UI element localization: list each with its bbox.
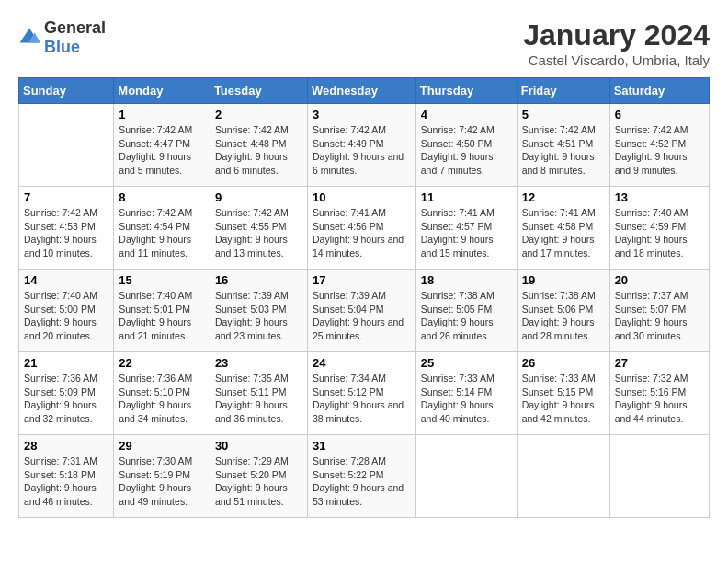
- day-number: 7: [24, 190, 108, 204]
- calendar-cell: 22Sunrise: 7:36 AMSunset: 5:10 PMDayligh…: [114, 352, 210, 435]
- calendar-cell: 23Sunrise: 7:35 AMSunset: 5:11 PMDayligh…: [210, 352, 307, 435]
- day-number: 31: [313, 439, 411, 453]
- calendar-cell: 26Sunrise: 7:33 AMSunset: 5:15 PMDayligh…: [517, 352, 609, 435]
- calendar-cell: 15Sunrise: 7:40 AMSunset: 5:01 PMDayligh…: [114, 270, 210, 352]
- calendar-cell: [517, 435, 609, 518]
- day-info: Sunrise: 7:42 AMSunset: 4:55 PMDaylight:…: [215, 206, 302, 260]
- day-number: 29: [119, 439, 205, 453]
- day-number: 30: [215, 439, 302, 453]
- day-info: Sunrise: 7:39 AMSunset: 5:04 PMDaylight:…: [313, 289, 411, 343]
- weekday-header-wednesday: Wednesday: [307, 78, 415, 104]
- day-info: Sunrise: 7:41 AMSunset: 4:56 PMDaylight:…: [313, 206, 411, 260]
- day-info: Sunrise: 7:40 AMSunset: 4:59 PMDaylight:…: [615, 206, 704, 260]
- day-info: Sunrise: 7:36 AMSunset: 5:10 PMDaylight:…: [119, 372, 205, 426]
- calendar-cell: 29Sunrise: 7:30 AMSunset: 5:19 PMDayligh…: [114, 435, 210, 518]
- day-number: 20: [615, 273, 704, 287]
- day-number: 2: [215, 108, 302, 121]
- day-number: 8: [119, 190, 205, 204]
- day-number: 5: [522, 108, 605, 121]
- logo-blue: Blue: [44, 38, 80, 56]
- day-number: 3: [313, 108, 411, 121]
- day-number: 15: [119, 273, 205, 287]
- weekday-header-friday: Friday: [517, 78, 609, 104]
- logo-general: General: [44, 18, 106, 37]
- day-info: Sunrise: 7:36 AMSunset: 5:09 PMDaylight:…: [24, 372, 108, 426]
- day-number: 28: [24, 439, 108, 453]
- day-info: Sunrise: 7:42 AMSunset: 4:47 PMDaylight:…: [119, 123, 205, 178]
- calendar-cell: 11Sunrise: 7:41 AMSunset: 4:57 PMDayligh…: [415, 187, 517, 270]
- day-info: Sunrise: 7:41 AMSunset: 4:57 PMDaylight:…: [421, 206, 512, 260]
- calendar-cell: 28Sunrise: 7:31 AMSunset: 5:18 PMDayligh…: [19, 435, 114, 518]
- weekday-header-row: SundayMondayTuesdayWednesdayThursdayFrid…: [19, 78, 710, 104]
- day-info: Sunrise: 7:40 AMSunset: 5:00 PMDaylight:…: [24, 289, 108, 343]
- day-info: Sunrise: 7:32 AMSunset: 5:16 PMDaylight:…: [615, 372, 704, 426]
- weekday-header-tuesday: Tuesday: [210, 78, 307, 104]
- day-info: Sunrise: 7:33 AMSunset: 5:14 PMDaylight:…: [421, 372, 512, 426]
- calendar-cell: [415, 435, 517, 518]
- day-number: 14: [24, 273, 108, 287]
- day-info: Sunrise: 7:28 AMSunset: 5:22 PMDaylight:…: [313, 454, 411, 509]
- calendar-cell: 24Sunrise: 7:34 AMSunset: 5:12 PMDayligh…: [307, 352, 415, 435]
- month-title: January 2024: [523, 18, 710, 52]
- calendar-cell: 2Sunrise: 7:42 AMSunset: 4:48 PMDaylight…: [210, 104, 307, 187]
- day-info: Sunrise: 7:42 AMSunset: 4:51 PMDaylight:…: [522, 123, 605, 178]
- logo: General Blue: [18, 18, 106, 57]
- day-number: 27: [615, 356, 704, 370]
- day-number: 11: [421, 190, 512, 204]
- day-info: Sunrise: 7:31 AMSunset: 5:18 PMDaylight:…: [24, 454, 108, 509]
- day-number: 23: [215, 356, 302, 370]
- calendar-cell: 6Sunrise: 7:42 AMSunset: 4:52 PMDaylight…: [609, 104, 709, 187]
- calendar-cell: 31Sunrise: 7:28 AMSunset: 5:22 PMDayligh…: [307, 435, 415, 518]
- calendar-cell: 3Sunrise: 7:42 AMSunset: 4:49 PMDaylight…: [307, 104, 415, 187]
- page-header: General Blue January 2024 Castel Viscard…: [18, 18, 710, 68]
- weekday-header-monday: Monday: [114, 78, 210, 104]
- calendar-cell: 13Sunrise: 7:40 AMSunset: 4:59 PMDayligh…: [609, 187, 709, 270]
- day-info: Sunrise: 7:29 AMSunset: 5:20 PMDaylight:…: [215, 454, 302, 509]
- day-number: 16: [215, 273, 302, 287]
- calendar-cell: 10Sunrise: 7:41 AMSunset: 4:56 PMDayligh…: [307, 187, 415, 270]
- weekday-header-thursday: Thursday: [415, 78, 517, 104]
- day-info: Sunrise: 7:30 AMSunset: 5:19 PMDaylight:…: [119, 454, 205, 509]
- calendar-cell: [19, 104, 114, 187]
- day-number: 22: [119, 356, 205, 370]
- location-title: Castel Viscardo, Umbria, Italy: [523, 52, 710, 68]
- calendar-cell: 1Sunrise: 7:42 AMSunset: 4:47 PMDaylight…: [114, 104, 210, 187]
- day-number: 24: [313, 356, 411, 370]
- day-number: 25: [421, 356, 512, 370]
- day-number: 18: [421, 273, 512, 287]
- calendar-week-row: 14Sunrise: 7:40 AMSunset: 5:00 PMDayligh…: [19, 270, 710, 352]
- day-info: Sunrise: 7:34 AMSunset: 5:12 PMDaylight:…: [313, 372, 411, 426]
- calendar-cell: 19Sunrise: 7:38 AMSunset: 5:06 PMDayligh…: [517, 270, 609, 352]
- day-info: Sunrise: 7:42 AMSunset: 4:52 PMDaylight:…: [615, 123, 704, 178]
- calendar-cell: 16Sunrise: 7:39 AMSunset: 5:03 PMDayligh…: [210, 270, 307, 352]
- day-number: 19: [522, 273, 605, 287]
- day-info: Sunrise: 7:37 AMSunset: 5:07 PMDaylight:…: [615, 289, 704, 343]
- calendar-cell: 21Sunrise: 7:36 AMSunset: 5:09 PMDayligh…: [19, 352, 114, 435]
- day-number: 17: [313, 273, 411, 287]
- calendar-cell: [609, 435, 709, 518]
- logo-icon: [18, 27, 40, 49]
- calendar-cell: 9Sunrise: 7:42 AMSunset: 4:55 PMDaylight…: [210, 187, 307, 270]
- calendar-cell: 20Sunrise: 7:37 AMSunset: 5:07 PMDayligh…: [609, 270, 709, 352]
- day-number: 1: [119, 108, 205, 121]
- calendar-cell: 27Sunrise: 7:32 AMSunset: 5:16 PMDayligh…: [609, 352, 709, 435]
- calendar-cell: 8Sunrise: 7:42 AMSunset: 4:54 PMDaylight…: [114, 187, 210, 270]
- day-number: 13: [615, 190, 704, 204]
- day-info: Sunrise: 7:41 AMSunset: 4:58 PMDaylight:…: [522, 206, 605, 260]
- day-number: 26: [522, 356, 605, 370]
- day-number: 6: [615, 108, 704, 121]
- calendar-cell: 7Sunrise: 7:42 AMSunset: 4:53 PMDaylight…: [19, 187, 114, 270]
- day-number: 12: [522, 190, 605, 204]
- calendar-week-row: 28Sunrise: 7:31 AMSunset: 5:18 PMDayligh…: [19, 435, 710, 518]
- day-info: Sunrise: 7:42 AMSunset: 4:54 PMDaylight:…: [119, 206, 205, 260]
- calendar-cell: 4Sunrise: 7:42 AMSunset: 4:50 PMDaylight…: [415, 104, 517, 187]
- day-info: Sunrise: 7:35 AMSunset: 5:11 PMDaylight:…: [215, 372, 302, 426]
- day-info: Sunrise: 7:38 AMSunset: 5:05 PMDaylight:…: [421, 289, 512, 343]
- calendar-cell: 17Sunrise: 7:39 AMSunset: 5:04 PMDayligh…: [307, 270, 415, 352]
- calendar-cell: 25Sunrise: 7:33 AMSunset: 5:14 PMDayligh…: [415, 352, 517, 435]
- weekday-header-saturday: Saturday: [609, 78, 709, 104]
- day-info: Sunrise: 7:38 AMSunset: 5:06 PMDaylight:…: [522, 289, 605, 343]
- calendar-cell: 30Sunrise: 7:29 AMSunset: 5:20 PMDayligh…: [210, 435, 307, 518]
- calendar-cell: 14Sunrise: 7:40 AMSunset: 5:00 PMDayligh…: [19, 270, 114, 352]
- day-info: Sunrise: 7:42 AMSunset: 4:49 PMDaylight:…: [313, 123, 411, 178]
